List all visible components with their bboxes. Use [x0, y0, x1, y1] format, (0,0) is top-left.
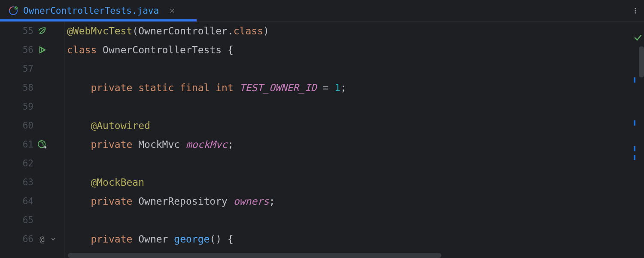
code-editor[interactable]: 55 56 57 58 59 60 61 62 63 — [0, 22, 644, 258]
line-number: 58 — [0, 78, 33, 97]
code-line: private MockMvc mockMvc; — [67, 135, 644, 154]
svg-point-5 — [635, 12, 636, 13]
line-number: 66 — [0, 230, 33, 249]
tab-overflow-menu-icon[interactable] — [627, 0, 644, 21]
line-number: 62 — [0, 154, 33, 173]
line-number: 55 — [0, 22, 33, 40]
code-line: @WebMvcTest(OwnerController.class) — [67, 22, 644, 40]
stripe-mark[interactable] — [634, 120, 635, 126]
code-line: @Autowired — [67, 116, 644, 135]
code-line: private OwnerRepository owners; — [67, 192, 644, 211]
spring-bean-icon[interactable] — [33, 26, 51, 36]
code-line: @MockBean — [67, 173, 644, 192]
spring-navigate-icon[interactable] — [33, 140, 51, 149]
code-area[interactable]: @WebMvcTest(OwnerController.class) class… — [64, 22, 644, 258]
line-number: 59 — [0, 97, 33, 116]
line-number: 63 — [0, 173, 33, 192]
chevron-down-icon[interactable] — [45, 236, 62, 242]
svg-point-3 — [635, 8, 636, 9]
code-line: private static final int TEST_OWNER_ID =… — [67, 78, 644, 97]
code-line — [67, 211, 644, 230]
stripe-mark[interactable] — [634, 155, 635, 160]
code-line: private Owner george() { — [67, 230, 644, 249]
line-number: 65 — [0, 211, 33, 230]
code-line — [67, 154, 644, 173]
code-line: class OwnerControllerTests { — [67, 40, 644, 59]
line-number: 64 — [0, 192, 33, 211]
line-number: 57 — [0, 59, 33, 78]
editor-tab-bar: OwnerControllerTests.java — [0, 0, 644, 22]
run-test-icon[interactable] — [33, 45, 51, 55]
code-line — [67, 59, 644, 78]
line-number: 60 — [0, 116, 33, 135]
svg-point-4 — [635, 10, 636, 11]
stripe-mark[interactable] — [634, 146, 635, 151]
tab-close-icon[interactable] — [168, 7, 176, 15]
inspection-ok-icon[interactable] — [634, 29, 642, 48]
horizontal-scrollbar-thumb[interactable] — [68, 253, 441, 258]
stripe-mark[interactable] — [634, 77, 635, 83]
java-class-icon — [9, 6, 18, 15]
horizontal-scrollbar[interactable] — [64, 252, 631, 258]
line-number: 56 — [0, 40, 33, 59]
editor-tab-active[interactable]: OwnerControllerTests.java — [0, 0, 185, 21]
editor-error-stripe — [631, 22, 644, 258]
vertical-scrollbar-thumb[interactable] — [639, 46, 644, 77]
code-line — [67, 97, 644, 116]
line-number: 61 — [0, 135, 33, 154]
tab-filename: OwnerControllerTests.java — [23, 6, 159, 16]
editor-gutter: 55 56 57 58 59 60 61 62 63 — [0, 22, 64, 258]
svg-point-6 — [38, 141, 46, 148]
